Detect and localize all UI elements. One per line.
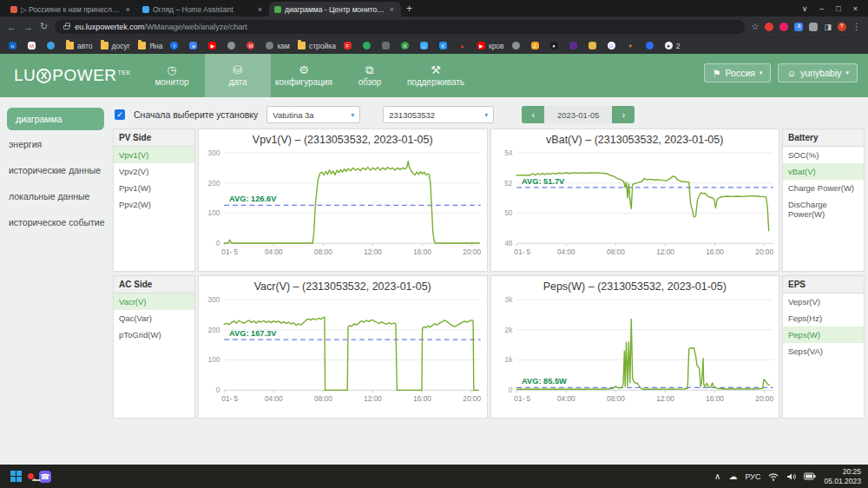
close-icon[interactable]: × [256,5,264,14]
param-item[interactable]: Seps(VA) [783,343,864,359]
maximize-icon[interactable]: □ [836,4,840,13]
bookmark-star-icon[interactable]: ☆ [752,22,760,31]
param-item[interactable]: DisCharge Power(W) [783,196,864,222]
bookmark-item[interactable]: ▶ кров [477,42,504,50]
bookmark-item[interactable] [227,42,239,49]
onedrive-cloud-icon[interactable]: ☁ [728,472,737,481]
extension-icon[interactable] [765,23,773,31]
bookmark-item[interactable]: ♦ [550,42,562,49]
nav-item[interactable]: ⧉ обзор [337,54,403,97]
bookmark-item[interactable]: ⌂ [420,42,431,49]
user-button[interactable]: ☺ yuriybabiy ▾ [778,63,858,82]
bookmark-label: Яна [149,42,163,50]
param-item[interactable]: Feps(Hz) [783,310,864,326]
tray-chevron-icon[interactable]: ∧ [714,472,720,481]
browser-tab[interactable]: диаграмма - Центр мониторин × [269,2,401,16]
bookmark-item[interactable] [47,42,58,49]
region-button[interactable]: ⚑ Россия ▾ [704,63,771,82]
bookmark-item[interactable]: Яна [138,42,163,50]
checkbox[interactable]: ✓ [115,109,125,120]
param-item[interactable]: Vacr(V) [114,293,194,310]
browser-tab[interactable]: Огляд – Home Assistant × [137,2,269,16]
nav-item[interactable]: ◷ монитор [139,54,205,97]
bookmark-item[interactable]: K [439,42,450,49]
param-item[interactable]: Qac(Var) [114,310,194,326]
browser-tab[interactable]: ▷ Россияне к нам принесли во × [5,2,137,16]
bookmark-item[interactable]: стройка [298,42,336,50]
language-indicator[interactable]: РУС [745,472,760,481]
serial-select[interactable]: 2313053532▾ [383,106,494,123]
bookmark-item[interactable] [569,42,581,49]
minimize-icon[interactable]: – [819,4,824,13]
bookmark-item[interactable] [646,42,657,49]
close-icon[interactable]: × [124,5,132,14]
reload-icon[interactable]: ↻ [40,21,48,32]
bookmark-item[interactable]: f [170,42,181,49]
chart-title: Vpv1(V) – (2313053532, 2023-01-05) [199,134,487,146]
sidebar-item[interactable]: историческое событие [0,210,104,234]
browser-menu-icon[interactable]: ⋮ [852,22,861,31]
bookmark-item[interactable]: кам [266,42,289,50]
next-day-button[interactable]: › [612,106,635,123]
bookmark-item[interactable] [382,42,393,49]
side-panel-icon[interactable]: ◨ [824,23,832,31]
translate-icon[interactable]: a [794,23,803,31]
param-item[interactable]: Vpv2(V) [114,163,194,180]
param-item[interactable]: Ppv1(W) [114,180,194,196]
bookmark-item[interactable]: Z [531,42,542,49]
station-select[interactable]: Vatutina 3a▾ [266,106,360,123]
taskbar-clock[interactable]: 20:25 05.01.2023 [824,467,861,485]
param-item[interactable]: Peps(W) [783,326,864,343]
sidebar-item[interactable]: энергия [0,132,104,156]
bookmark-item[interactable]: G [608,42,619,49]
sidebar-item[interactable]: диаграмма [7,108,104,130]
adblock-icon[interactable] [779,23,788,31]
chevron-down-icon: ▾ [845,69,849,76]
date-value[interactable]: 2023-01-05 [544,106,612,123]
forward-icon[interactable]: → [23,22,33,32]
bookmark-item[interactable]: авто [66,42,93,50]
param-item[interactable]: Vpv1(V) [114,147,194,163]
back-icon[interactable]: ← [7,22,16,32]
speaker-icon[interactable] [786,472,796,481]
bookmark-item[interactable] [512,42,523,49]
bookmark-item[interactable]: ☀ [627,42,638,49]
chevron-down-icon[interactable]: ∨ [802,4,808,13]
sidebar-item[interactable]: локальные данные [0,184,104,208]
bookmark-item[interactable]: M [247,42,258,49]
bookmark-item[interactable]: ▶ [208,42,220,49]
nav-item[interactable]: ⚙ конфигурация [271,54,337,97]
viber-taskbar-icon[interactable]: ☎ [39,471,51,483]
param-item[interactable]: Ppv2(W) [114,196,194,213]
close-icon[interactable]: × [388,5,396,14]
param-item[interactable]: pToGrid(W) [114,326,194,343]
param-item[interactable]: Charge Power(W) [783,180,864,196]
puzzle-extensions-icon[interactable] [809,23,818,31]
bookmark-item[interactable]: досуг [101,42,130,50]
nav-item[interactable]: ⛁ дата [205,54,271,97]
bookmark-item[interactable]: o [9,42,20,49]
param-label: Feps(Hz) [788,313,822,323]
sidebar-item[interactable]: исторические данные [0,158,104,182]
param-item[interactable]: vBat(V) [783,163,864,180]
bookmark-item[interactable] [589,42,600,49]
bookmark-item[interactable]: ● 2 [665,42,681,50]
profile-avatar[interactable]: Y [838,23,846,31]
wifi-icon[interactable] [768,472,779,481]
bookmark-item[interactable]: ▲ [458,42,470,49]
bookmark-item[interactable] [363,42,374,49]
bookmark-item[interactable]: X [401,42,412,49]
bookmark-item[interactable]: a [189,42,201,49]
new-tab-button[interactable]: + [406,3,412,15]
close-window-icon[interactable]: × [853,4,858,13]
url-field[interactable]: eu.luxpowertek.com/WManage/web/analyze/c… [55,20,744,34]
param-item[interactable]: Vepsr(V) [783,293,864,310]
param-label: Vepsr(V) [788,297,820,307]
bookmark-item[interactable]: M [28,42,39,49]
bookmark-item[interactable]: F [344,42,355,49]
param-item[interactable]: SOC(%) [783,147,864,163]
nav-item[interactable]: ⚒ поддерживать [403,54,469,97]
battery-icon[interactable] [804,472,816,480]
start-button[interactable] [10,471,22,482]
prev-day-button[interactable]: ‹ [522,106,544,123]
